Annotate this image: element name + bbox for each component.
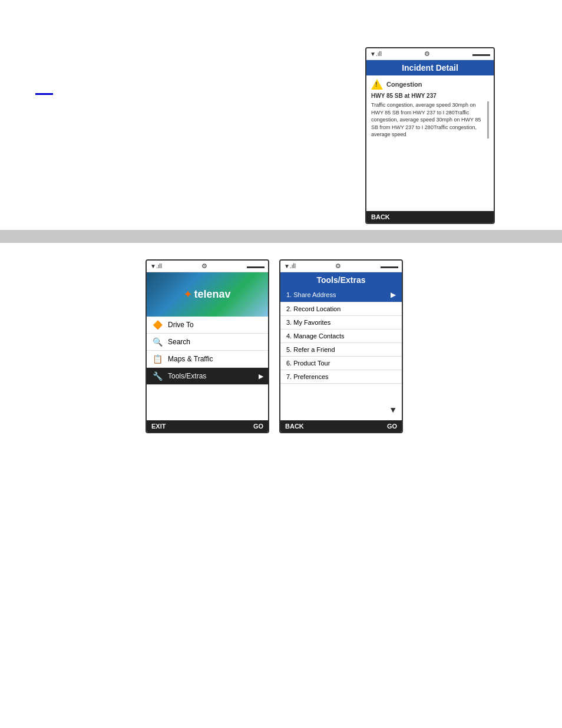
menu-item-maps-traffic[interactable]: 📋 Maps & Traffic [147, 351, 268, 368]
my-favorites-label: 3. My Favorites [286, 319, 330, 326]
incident-back-bar[interactable]: BACK [366, 211, 494, 223]
incident-location: HWY 85 SB at HWY 237 [371, 93, 489, 99]
manage-contacts-label: 4. Manage Contacts [286, 332, 344, 340]
main-exit-button[interactable]: EXIT [151, 423, 166, 430]
tools-item-preferences[interactable]: 7. Preferences [280, 370, 402, 384]
record-location-label: 2. Record Location [286, 305, 340, 312]
drive-to-icon: 🔶 [151, 319, 163, 330]
section-divider [0, 230, 562, 243]
tools-extras-phone: ▼.ıll ⚙ ▬▬▬ Tools/Extras 1. Share Addres… [279, 259, 403, 433]
tools-item-share-address[interactable]: 1. Share Address ▶ [280, 288, 402, 302]
tools-menu-list: 1. Share Address ▶ 2. Record Location 3.… [280, 288, 402, 384]
menu-item-search[interactable]: 🔍 Search [147, 334, 268, 351]
product-tour-label: 6. Product Tour [286, 360, 330, 367]
menu-item-maps-label: Maps & Traffic [168, 355, 213, 363]
main-bottom-bar: EXIT GO [147, 420, 268, 432]
tools-signal-icon: ▼.ıll [284, 263, 296, 269]
share-address-label: 1. Share Address [286, 291, 336, 298]
tools-settings-icon: ⚙ [335, 262, 341, 270]
tools-item-manage-contacts[interactable]: 4. Manage Contacts [280, 330, 402, 343]
menu-item-tools-extras[interactable]: 🔧 Tools/Extras ▶ [147, 368, 268, 385]
preferences-label: 7. Preferences [286, 373, 329, 380]
telenav-logo: ✦ telenav [184, 288, 230, 301]
share-address-arrow-icon: ▶ [391, 291, 396, 299]
main-settings-icon: ⚙ [201, 262, 207, 270]
menu-item-drive-to[interactable]: 🔶 Drive To [147, 317, 268, 334]
incident-header: Congestion [371, 79, 489, 90]
incident-title-bar: Incident Detail [366, 60, 494, 75]
maps-traffic-icon: 📋 [151, 354, 163, 364]
blue-underline-decoration [35, 93, 53, 95]
refer-friend-label: 5. Refer a Friend [286, 346, 335, 353]
tools-battery-icon: ▬▬▬ [381, 263, 398, 269]
main-status-bar: ▼.ıll ⚙ ▬▬▬ [147, 261, 268, 272]
main-signal-icon: ▼.ıll [150, 263, 162, 269]
menu-item-search-label: Search [168, 338, 190, 346]
battery-icon: ▬▬▬ [472, 51, 490, 57]
tools-bottom-bar: BACK GO [280, 420, 402, 432]
tools-item-refer-friend[interactable]: 5. Refer a Friend [280, 343, 402, 357]
incident-status-bar: ▼.ıll ⚙ ▬▬▬ [366, 48, 494, 60]
tools-extras-icon: 🔧 [151, 371, 163, 381]
tools-status-bar: ▼.ıll ⚙ ▬▬▬ [280, 261, 402, 272]
incident-content: Congestion HWY 85 SB at HWY 237 Traffic … [366, 75, 494, 142]
main-go-button[interactable]: GO [253, 423, 263, 430]
tools-go-button[interactable]: GO [387, 423, 397, 430]
tools-back-button[interactable]: BACK [285, 423, 304, 430]
telenav-hero: ✦ telenav [147, 272, 268, 317]
settings-icon: ⚙ [424, 50, 430, 58]
tools-extras-arrow-icon: ▶ [259, 373, 263, 380]
tools-item-record-location[interactable]: 2. Record Location [280, 302, 402, 316]
warning-triangle-icon [371, 79, 383, 90]
menu-item-tools-label: Tools/Extras [168, 372, 206, 380]
menu-item-drive-to-label: Drive To [168, 321, 194, 329]
main-menu-phone: ▼.ıll ⚙ ▬▬▬ ✦ telenav 🔶 Drive To 🔍 Searc… [146, 259, 269, 433]
tools-title-text: Tools/Extras [317, 275, 366, 285]
main-battery-icon: ▬▬▬ [247, 263, 265, 269]
incident-detail-phone: ▼.ıll ⚙ ▬▬▬ Incident Detail Congestion H… [365, 47, 495, 224]
signal-icon: ▼.ıll [370, 51, 382, 57]
congestion-label: Congestion [386, 81, 422, 88]
incident-body-text: Traffic congestion, average speed 30mph … [371, 101, 489, 139]
scroll-down-icon: ▼ [389, 405, 397, 414]
tools-item-my-favorites[interactable]: 3. My Favorites [280, 316, 402, 330]
back-button-label[interactable]: BACK [371, 213, 390, 220]
tools-item-product-tour[interactable]: 6. Product Tour [280, 357, 402, 370]
tools-title-bar: Tools/Extras [280, 272, 402, 288]
main-menu-list: 🔶 Drive To 🔍 Search 📋 Maps & Traffic 🔧 T… [147, 317, 268, 385]
telenav-star-icon: ✦ [184, 289, 191, 300]
search-icon: 🔍 [151, 337, 163, 347]
incident-title-text: Incident Detail [402, 63, 458, 73]
telenav-logo-text: telenav [194, 288, 230, 301]
